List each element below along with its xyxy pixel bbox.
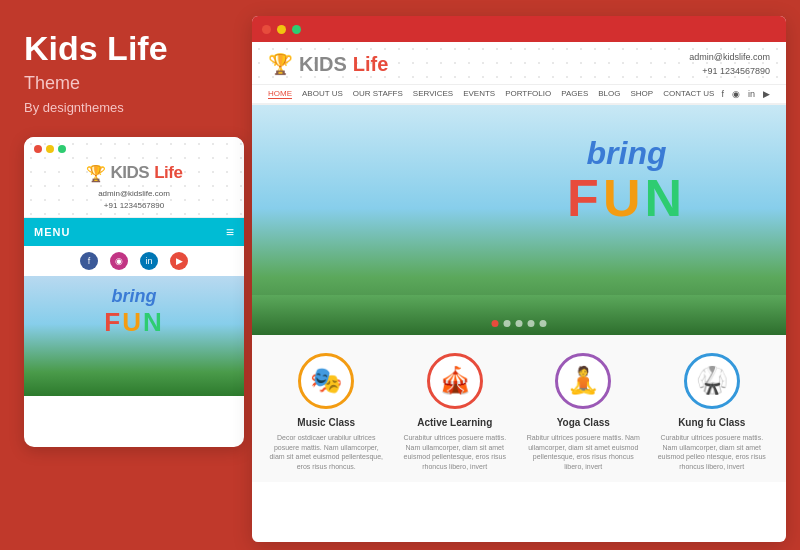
hero-text-container: bring FUN bbox=[567, 135, 686, 224]
hero-carousel-dots bbox=[492, 320, 547, 327]
nav-events[interactable]: EVENTS bbox=[463, 89, 495, 99]
mobile-window-dots bbox=[34, 145, 234, 153]
hero-bring: bring bbox=[567, 135, 686, 172]
mobile-top-bar: 🏆 KIDS Life admin@kidslife.com +91 12345… bbox=[24, 137, 244, 217]
desktop-logo-kids: KIDS bbox=[299, 53, 347, 76]
nav-youtube-icon[interactable]: ▶ bbox=[763, 89, 770, 99]
nav-staffs[interactable]: OUR STAFFS bbox=[353, 89, 403, 99]
services-grid: 🎭 Music Class Decor ostdicaer urabilur u… bbox=[268, 353, 770, 472]
nav-linkedin-icon[interactable]: in bbox=[748, 89, 755, 99]
service-avatar-kungfu: 🥋 bbox=[684, 353, 740, 409]
theme-title: Kids Life bbox=[24, 30, 224, 67]
service-card-kungfu: 🥋 Kung fu Class Curabitur ultrices posue… bbox=[654, 353, 771, 472]
desktop-hero: bring FUN bbox=[252, 105, 786, 335]
mobile-logo-life: Life bbox=[154, 163, 182, 183]
desktop-trophy-icon: 🏆 bbox=[268, 52, 293, 76]
service-desc-active: Curabitur ultrices posuere mattis. Nam u… bbox=[397, 433, 514, 472]
mobile-fun: FUN bbox=[104, 307, 163, 337]
nav-shop[interactable]: SHOP bbox=[630, 89, 653, 99]
mobile-bring: bring bbox=[104, 286, 163, 307]
mobile-logo-kids: KIDS bbox=[111, 163, 150, 183]
dot-green bbox=[58, 145, 66, 153]
hero-dot-1[interactable] bbox=[492, 320, 499, 327]
service-name-yoga: Yoga Class bbox=[557, 417, 610, 428]
nav-home[interactable]: HOME bbox=[268, 89, 292, 99]
mobile-menu-bar[interactable]: MENU ≡ bbox=[24, 218, 244, 246]
grass-decoration bbox=[252, 295, 786, 335]
hero-dot-2[interactable] bbox=[504, 320, 511, 327]
desktop-contact: admin@kidslife.com +91 1234567890 bbox=[689, 50, 770, 79]
desktop-nav-links: HOME ABOUT US OUR STAFFS SERVICES EVENTS… bbox=[268, 89, 714, 99]
desktop-logo-life: Life bbox=[353, 53, 389, 76]
mobile-phone: +91 1234567890 bbox=[104, 200, 164, 211]
dt-dot-red bbox=[262, 25, 271, 34]
desktop-mockup: 🏆 KIDS Life admin@kidslife.com +91 12345… bbox=[252, 16, 786, 542]
service-name-active: Active Learning bbox=[417, 417, 492, 428]
theme-author: By designthemes bbox=[24, 100, 224, 115]
service-name-music: Music Class bbox=[297, 417, 355, 428]
desktop-nav: HOME ABOUT US OUR STAFFS SERVICES EVENTS… bbox=[252, 85, 786, 105]
hamburger-icon[interactable]: ≡ bbox=[226, 224, 234, 240]
mobile-social-row: f ◉ in ▶ bbox=[24, 246, 244, 276]
desktop-logo: 🏆 KIDS Life bbox=[268, 52, 388, 76]
service-avatar-active: 🎪 bbox=[427, 353, 483, 409]
mobile-email: admin@kidslife.com bbox=[98, 188, 170, 199]
nav-pages[interactable]: PAGES bbox=[561, 89, 588, 99]
mobile-logo: 🏆 KIDS Life bbox=[34, 159, 234, 186]
hero-dot-4[interactable] bbox=[528, 320, 535, 327]
hero-dot-5[interactable] bbox=[540, 320, 547, 327]
dt-dot-yellow bbox=[277, 25, 286, 34]
service-card-music: 🎭 Music Class Decor ostdicaer urabilur u… bbox=[268, 353, 385, 472]
theme-subtitle: Theme bbox=[24, 73, 224, 94]
instagram-icon[interactable]: ◉ bbox=[110, 252, 128, 270]
left-panel: Kids Life Theme By designthemes 🏆 KIDS L… bbox=[0, 0, 248, 550]
nav-about[interactable]: ABOUT US bbox=[302, 89, 343, 99]
dot-red bbox=[34, 145, 42, 153]
nav-instagram-icon[interactable]: ◉ bbox=[732, 89, 740, 99]
service-desc-yoga: Rabitur ultrices posuere mattis. Nam ull… bbox=[525, 433, 642, 472]
desktop-header: 🏆 KIDS Life admin@kidslife.com +91 12345… bbox=[252, 42, 786, 85]
hero-fun: FUN bbox=[567, 169, 686, 227]
desktop-phone: +91 1234567890 bbox=[689, 64, 770, 78]
mobile-hero: bring FUN bbox=[24, 276, 244, 396]
service-desc-kungfu: Curabitur ultrices posuere mattis. Nam u… bbox=[654, 433, 771, 472]
desktop-title-bar bbox=[252, 16, 786, 42]
mobile-contact: admin@kidslife.com +91 1234567890 bbox=[34, 186, 234, 212]
mobile-mockup: 🏆 KIDS Life admin@kidslife.com +91 12345… bbox=[24, 137, 244, 447]
service-avatar-music: 🎭 bbox=[298, 353, 354, 409]
nav-services[interactable]: SERVICES bbox=[413, 89, 453, 99]
nav-facebook-icon[interactable]: f bbox=[721, 89, 724, 99]
service-name-kungfu: Kung fu Class bbox=[678, 417, 745, 428]
service-card-active: 🎪 Active Learning Curabitur ultrices pos… bbox=[397, 353, 514, 472]
trophy-icon: 🏆 bbox=[86, 164, 106, 183]
desktop-services: 🎭 Music Class Decor ostdicaer urabilur u… bbox=[252, 335, 786, 482]
mobile-bring-text: bring FUN bbox=[104, 286, 163, 338]
linkedin-icon[interactable]: in bbox=[140, 252, 158, 270]
mobile-menu-label: MENU bbox=[34, 226, 70, 238]
desktop-email: admin@kidslife.com bbox=[689, 50, 770, 64]
dt-dot-green bbox=[292, 25, 301, 34]
service-card-yoga: 🧘 Yoga Class Rabitur ultrices posuere ma… bbox=[525, 353, 642, 472]
dot-yellow bbox=[46, 145, 54, 153]
hero-dot-3[interactable] bbox=[516, 320, 523, 327]
youtube-icon[interactable]: ▶ bbox=[170, 252, 188, 270]
service-avatar-yoga: 🧘 bbox=[555, 353, 611, 409]
desktop-nav-social: f ◉ in ▶ bbox=[721, 89, 770, 99]
nav-blog[interactable]: BLOG bbox=[598, 89, 620, 99]
facebook-icon[interactable]: f bbox=[80, 252, 98, 270]
nav-contact[interactable]: CONTACT US bbox=[663, 89, 714, 99]
nav-portfolio[interactable]: PORTFOLIO bbox=[505, 89, 551, 99]
service-desc-music: Decor ostdicaer urabilur ultrices posuer… bbox=[268, 433, 385, 472]
